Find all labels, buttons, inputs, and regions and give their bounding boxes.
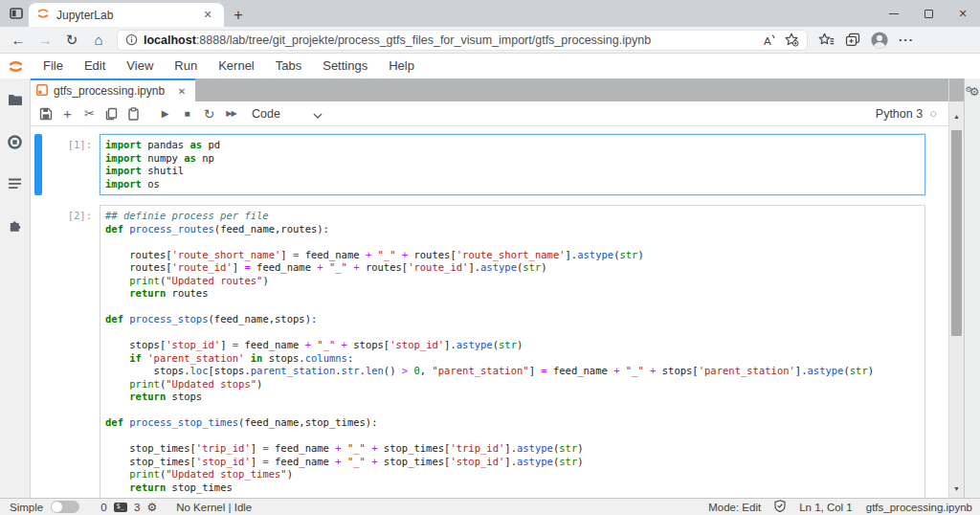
terminals-count: 0 — [100, 502, 106, 513]
menu-view[interactable]: View — [116, 54, 164, 78]
browser-tab[interactable]: JupyterLab ✕ — [29, 3, 224, 27]
scroll-down-icon[interactable]: ▼ — [949, 485, 964, 492]
cell-prompt: [1]: — [42, 134, 100, 195]
cut-cells-button[interactable]: ✂ — [78, 103, 100, 124]
jupyterlab-menubar: File Edit View Run Kernel Tabs Settings … — [0, 54, 980, 78]
status-bar: Simple 0 $_ 3 ⚙ No Kernel | Idle Mode: E… — [0, 498, 980, 515]
statusbar-filename: gtfs_processing.ipynb — [866, 502, 972, 513]
back-icon[interactable]: ← — [6, 29, 31, 52]
cell-editor[interactable]: ## definie process per filedef process_r… — [100, 205, 925, 498]
simple-mode-toggle[interactable] — [51, 501, 79, 513]
notebook-cell[interactable]: [1]:import pandas as pdimport numpy as n… — [34, 134, 925, 195]
refresh-icon[interactable]: ↻ — [59, 29, 84, 52]
file-browser-icon[interactable] — [6, 90, 25, 109]
add-cell-button[interactable]: + — [56, 103, 78, 124]
running-sessions-icon[interactable] — [6, 132, 25, 151]
notebook-file-icon — [36, 82, 48, 100]
notebook-tab-title: gtfs_processing.ipynb — [54, 84, 168, 98]
notebook-scrollbar[interactable]: ▲ ▼ — [948, 78, 964, 498]
close-button[interactable]: ✕ — [946, 0, 980, 27]
interrupt-kernel-button[interactable]: ■ — [176, 103, 198, 124]
menu-file[interactable]: File — [33, 54, 74, 78]
tab-close-icon[interactable]: ✕ — [199, 7, 216, 24]
cursor-position[interactable]: Ln 1, Col 1 — [799, 502, 853, 513]
copy-cells-button[interactable] — [100, 103, 122, 124]
workspace: gtfs_processing.ipynb ✕ + ✂ ▶ ■ ↻ — [0, 78, 980, 498]
svg-text:A: A — [764, 34, 771, 46]
address-bar[interactable]: localhost:8888/lab/tree/git_projekte/pro… — [117, 30, 808, 51]
left-sidebar — [0, 78, 31, 498]
add-favorite-icon[interactable] — [784, 33, 799, 47]
read-aloud-icon[interactable]: A — [763, 34, 778, 47]
kernel-status-icon: ○ — [929, 107, 937, 120]
right-sidebar: ⚙⚙ — [964, 78, 980, 498]
tab-actions-icon[interactable] — [4, 2, 29, 25]
restart-run-all-button[interactable]: ▶▶ — [220, 103, 242, 124]
kernel-gear-icon: ⚙ — [146, 502, 157, 513]
cell-collapser[interactable] — [34, 134, 42, 195]
trust-shield-icon — [774, 500, 786, 514]
chevron-down-icon — [313, 105, 323, 123]
scroll-up-icon[interactable]: ▲ — [949, 113, 964, 120]
running-sessions-status[interactable]: 0 $_ 3 ⚙ — [100, 502, 157, 513]
terminal-icon: $_ — [114, 503, 127, 512]
jupyter-favicon-icon — [36, 7, 50, 24]
new-tab-button[interactable]: + — [230, 7, 247, 24]
notebook-toolbar: + ✂ ▶ ■ ↻ ▶▶ Code — [31, 101, 948, 126]
run-cell-button[interactable]: ▶ — [154, 103, 176, 124]
notebook-tab[interactable]: gtfs_processing.ipynb ✕ — [31, 78, 195, 101]
table-of-contents-icon[interactable] — [6, 174, 25, 193]
menu-help[interactable]: Help — [378, 54, 425, 78]
kernel-switch-button[interactable]: Python 3 ○ — [876, 107, 945, 121]
property-inspector-icon[interactable]: ⚙⚙ — [965, 86, 980, 98]
kernel-name: Python 3 — [876, 107, 923, 121]
browser-tab-title: JupyterLab — [56, 9, 192, 22]
settings-more-icon[interactable]: ··· — [894, 29, 919, 52]
menu-tabs[interactable]: Tabs — [265, 54, 312, 78]
jupyter-logo-icon — [6, 57, 25, 75]
kernels-count: 3 — [134, 502, 140, 513]
home-icon[interactable]: ⌂ — [86, 29, 111, 52]
notebook-content: [1]:import pandas as pdimport numpy as n… — [31, 126, 948, 498]
cell-prompt: [2]: — [42, 205, 100, 498]
document-tab-bar: gtfs_processing.ipynb ✕ — [31, 78, 948, 101]
save-button[interactable] — [34, 103, 56, 124]
site-info-icon[interactable] — [125, 34, 138, 46]
simple-mode-label: Simple — [10, 502, 43, 513]
notebook-cell[interactable]: [2]:## definie process per filedef proce… — [34, 205, 925, 498]
extension-manager-icon[interactable] — [6, 216, 25, 235]
mode-indicator: Mode: Edit — [708, 502, 761, 513]
address-row: ← → ↻ ⌂ localhost:8888/lab/tree/git_proj… — [0, 27, 980, 54]
window-controls: ✕ — [877, 0, 980, 27]
url-text: localhost:8888/lab/tree/git_projekte/pro… — [144, 34, 757, 47]
minimize-button[interactable] — [877, 0, 911, 27]
restart-kernel-button[interactable]: ↻ — [198, 103, 220, 124]
menu-kernel[interactable]: Kernel — [208, 54, 265, 78]
cell-collapser[interactable] — [34, 205, 42, 498]
kernel-status-text[interactable]: No Kernel | Idle — [176, 502, 252, 513]
collections-icon[interactable] — [840, 29, 865, 52]
notebook-tab-close-icon[interactable]: ✕ — [174, 86, 189, 97]
cell-type-value: Code — [252, 107, 280, 121]
paste-cells-button[interactable] — [122, 103, 145, 124]
profile-avatar[interactable] — [867, 29, 892, 52]
maximize-button[interactable] — [911, 0, 946, 27]
favorites-bar-icon[interactable] — [813, 29, 838, 52]
forward-icon[interactable]: → — [33, 29, 57, 52]
scrollbar-thumb[interactable] — [951, 130, 962, 336]
browser-window: JupyterLab ✕ + ✕ ← → ↻ ⌂ localhost:8888/… — [0, 0, 980, 515]
cell-type-dropdown[interactable]: Code — [252, 105, 323, 123]
main-panel: gtfs_processing.ipynb ✕ + ✂ ▶ ■ ↻ — [31, 78, 948, 498]
menu-edit[interactable]: Edit — [74, 54, 116, 78]
browser-tab-strip: JupyterLab ✕ + ✕ — [0, 0, 980, 27]
menu-run[interactable]: Run — [164, 54, 208, 78]
menu-settings[interactable]: Settings — [312, 54, 378, 78]
cell-editor[interactable]: import pandas as pdimport numpy as npimp… — [100, 134, 925, 195]
cell-list: [1]:import pandas as pdimport numpy as n… — [31, 134, 948, 498]
